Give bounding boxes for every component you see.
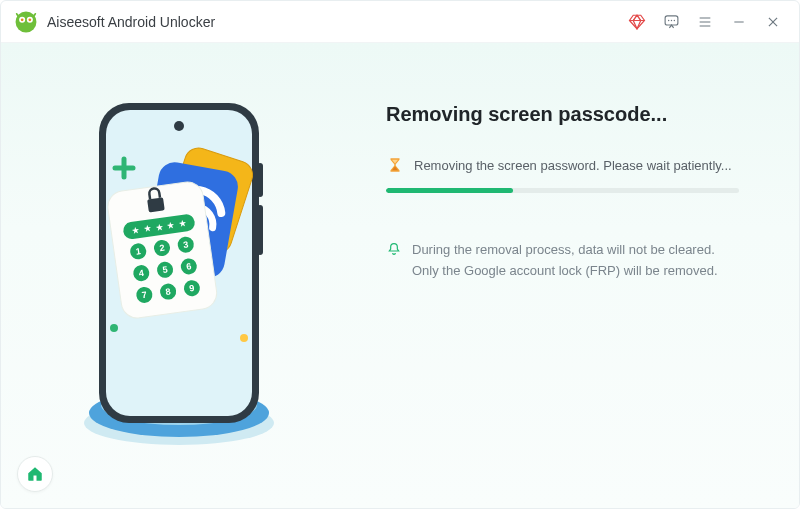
hourglass-icon: [386, 156, 404, 174]
close-button[interactable]: [759, 8, 787, 36]
app-title: Aiseesoft Android Unlocker: [47, 14, 215, 30]
premium-icon[interactable]: [623, 8, 651, 36]
svg-rect-39: [147, 197, 165, 212]
progress-fill: [386, 188, 513, 193]
svg-text:★: ★: [130, 225, 139, 236]
svg-point-7: [670, 20, 671, 21]
svg-rect-23: [257, 205, 263, 255]
page-heading: Removing screen passcode...: [386, 103, 739, 126]
phone-illustration-icon: ★★★ ★★ 123 456 789: [44, 93, 314, 473]
info-note-text: During the removal process, data will no…: [412, 239, 739, 282]
svg-text:★: ★: [178, 218, 187, 229]
illustration-panel: ★★★ ★★ 123 456 789: [1, 43, 356, 508]
svg-point-6: [667, 20, 668, 21]
svg-point-27: [240, 334, 248, 342]
progress-bar: [386, 188, 739, 193]
svg-text:★: ★: [154, 222, 163, 233]
svg-point-8: [673, 20, 674, 21]
main-panel: Removing screen passcode... Removing the…: [356, 43, 799, 508]
content-area: ★★★ ★★ 123 456 789: [1, 43, 799, 508]
svg-text:★: ★: [142, 223, 151, 234]
title-bar: Aiseesoft Android Unlocker: [1, 1, 799, 43]
home-icon: [26, 465, 44, 483]
bell-icon: [386, 241, 402, 257]
minimize-button[interactable]: [725, 8, 753, 36]
svg-text:★: ★: [166, 220, 175, 231]
svg-point-21: [174, 121, 184, 131]
status-row: Removing the screen password. Please wai…: [386, 156, 739, 174]
status-text: Removing the screen password. Please wai…: [414, 158, 732, 173]
svg-point-3: [21, 18, 24, 21]
info-note: During the removal process, data will no…: [386, 239, 739, 282]
app-window: Aiseesoft Android Unlocker: [0, 0, 800, 509]
feedback-icon[interactable]: [657, 8, 685, 36]
svg-point-4: [28, 18, 31, 21]
app-logo-icon: [15, 11, 37, 33]
svg-point-0: [16, 11, 37, 32]
svg-rect-22: [257, 163, 263, 197]
svg-point-26: [110, 324, 118, 332]
home-button[interactable]: [17, 456, 53, 492]
menu-icon[interactable]: [691, 8, 719, 36]
